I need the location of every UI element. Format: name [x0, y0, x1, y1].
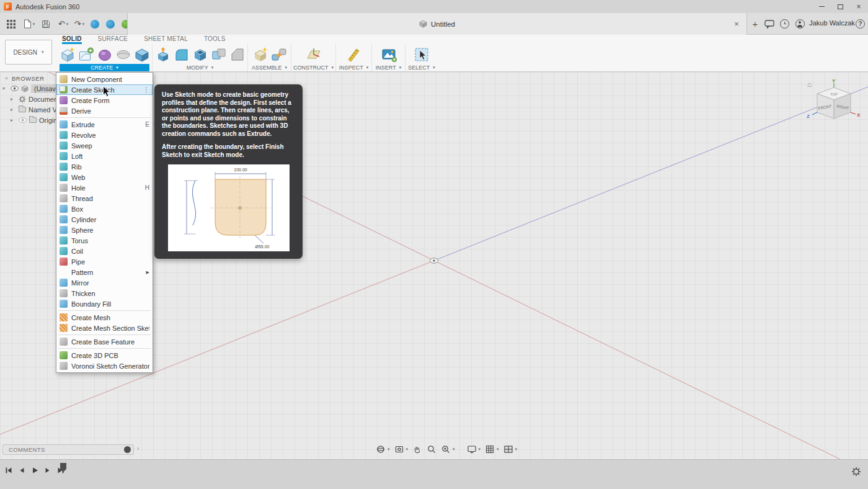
menu-item-rib[interactable]: Rib [56, 161, 153, 172]
joint-icon[interactable] [271, 47, 287, 63]
measure-icon[interactable] [346, 47, 362, 63]
menu-item-create-sketch[interactable]: Create Sketch⋮ [56, 84, 153, 95]
minimize-button[interactable] [812, 0, 831, 13]
menu-item-thicken[interactable]: Thicken [56, 288, 153, 298]
undo-button[interactable]: ↶ ▾ [56, 17, 71, 30]
look-at-button[interactable]: ▾ [394, 444, 409, 454]
comments-count-icon[interactable] [124, 446, 131, 453]
viewports-button[interactable]: ▾ [503, 444, 518, 454]
timeline-settings-button[interactable] [851, 467, 861, 479]
menu-item-create-mesh-section-sketch[interactable]: Create Mesh Section Sketch [56, 323, 153, 333]
modify-dropdown-button[interactable]: MODIFY ▾ [155, 64, 245, 71]
new-component-icon[interactable] [60, 47, 76, 63]
insert-canvas-icon[interactable] [381, 47, 397, 63]
menu-item-sphere[interactable]: Sphere [56, 225, 153, 235]
create-form-icon[interactable] [97, 47, 113, 63]
display-settings-button[interactable]: ▾ [467, 444, 481, 454]
menu-item-torus[interactable]: Torus [56, 235, 153, 246]
menu-item-coil[interactable]: Coil [56, 246, 153, 256]
help-button[interactable]: ? [856, 19, 865, 29]
surface-patch-icon[interactable] [115, 47, 131, 63]
tab-surface[interactable]: SURFACE [98, 35, 128, 44]
menu-item-create-base-feature[interactable]: Create Base Feature [56, 336, 153, 347]
view-cube[interactable]: ⌂ Y TOP FRONT RIGHT X Z [804, 77, 862, 132]
workspace-switcher[interactable]: DESIGN ▾ [5, 40, 52, 65]
user-name[interactable]: Jakub Walczak [807, 19, 857, 27]
menu-item-pipe[interactable]: Pipe [56, 256, 153, 267]
more-options-icon[interactable]: ⋮ [143, 86, 149, 93]
redo-button[interactable]: ↷ ▾ [72, 17, 87, 30]
toolbar-circle-icon-1[interactable] [91, 20, 99, 29]
timeline-play-button[interactable] [30, 465, 39, 475]
fillet-icon[interactable] [174, 47, 190, 63]
file-menu-button[interactable]: ▾ [21, 17, 37, 30]
select-dropdown-button[interactable]: SELECT ▾ [408, 64, 435, 71]
close-window-button[interactable]: × [849, 0, 868, 13]
orbit-button[interactable]: ▾ [376, 444, 390, 454]
construct-dropdown-button[interactable]: CONSTRUCT ▾ [294, 64, 333, 71]
menu-item-extrude[interactable]: ExtrudeE [56, 119, 153, 130]
new-component-icon[interactable] [252, 47, 268, 63]
app-grid-button[interactable] [5, 17, 17, 30]
assemble-dropdown-button[interactable]: ASSEMBLE ▾ [250, 64, 288, 71]
menu-item-boundary-fill[interactable]: Boundary Fill [56, 298, 153, 309]
menu-item-revolve[interactable]: Revolve [56, 130, 153, 140]
menu-item-sweep[interactable]: Sweep [56, 140, 153, 151]
primitive-box-icon[interactable] [134, 47, 150, 63]
new-tab-button[interactable]: + [750, 17, 761, 30]
construction-plane-icon[interactable] [306, 47, 322, 63]
create-sketch-icon[interactable] [78, 47, 94, 63]
pan-button[interactable] [412, 444, 422, 454]
tree-collapsed-icon[interactable]: ▸ [11, 96, 16, 102]
save-button[interactable] [40, 17, 52, 30]
toolbar-circle-icon-2[interactable] [106, 20, 115, 29]
inspect-dropdown-button[interactable]: INSPECT ▾ [339, 64, 369, 71]
menu-item-new-component[interactable]: New Component [56, 74, 153, 84]
menu-item-derive[interactable]: Derive [56, 105, 153, 116]
tree-expanded-icon[interactable]: ▾ [2, 86, 8, 91]
menu-item-cylinder[interactable]: Cylinder [56, 214, 153, 225]
visibility-eye-off-icon[interactable] [19, 117, 27, 123]
document-tab-close-button[interactable]: × [732, 19, 742, 29]
timeline-skip-start-button[interactable] [4, 465, 13, 475]
tree-collapsed-icon[interactable]: ▸ [11, 107, 16, 112]
comments-panel-button[interactable] [763, 17, 776, 30]
combine-icon[interactable] [211, 47, 227, 63]
select-icon[interactable] [414, 47, 430, 63]
insert-dropdown-button[interactable]: INSERT ▾ [374, 64, 402, 71]
menu-item-thread[interactable]: Thread [56, 193, 153, 204]
shell-icon[interactable] [192, 47, 208, 63]
menu-item-hole[interactable]: HoleH [56, 182, 153, 193]
chamfer-icon[interactable] [229, 47, 246, 63]
timeline-step-forward-button[interactable] [43, 465, 52, 475]
fit-button[interactable]: ▾ [441, 444, 455, 454]
profile-button[interactable] [794, 17, 805, 30]
menu-item-box[interactable]: Box [56, 204, 153, 214]
comments-expand-icon[interactable]: › [137, 445, 139, 452]
document-tab[interactable]: Untitled × [127, 13, 747, 35]
tree-collapsed-icon[interactable]: ▸ [11, 117, 16, 123]
visibility-eye-icon[interactable] [11, 86, 19, 91]
timeline-step-back-button[interactable] [17, 465, 26, 475]
viewport-canvas[interactable]: ⌂ Y TOP FRONT RIGHT X Z « BROWSER ▾ (Uns… [0, 72, 868, 459]
ribbon-group-create: CREATE ▾ [57, 44, 153, 71]
menu-item-voronoi-sketch-generator[interactable]: Voronoi Sketch Generator [56, 361, 153, 371]
create-dropdown-button[interactable]: CREATE ▾ [60, 64, 149, 71]
browser-collapse-button[interactable]: « [5, 75, 8, 81]
press-pull-icon[interactable] [155, 47, 171, 63]
menu-item-create-form[interactable]: Create Form [56, 95, 153, 105]
tab-sheet-metal[interactable]: SHEET METAL [144, 35, 188, 44]
menu-item-create-3d-pcb[interactable]: Create 3D PCB [56, 350, 153, 361]
tab-tools[interactable]: TOOLS [204, 35, 226, 44]
menu-item-mirror[interactable]: Mirror [56, 277, 153, 288]
menu-item-loft[interactable]: Loft [56, 151, 153, 161]
tab-solid[interactable]: SOLID [62, 35, 82, 44]
menu-item-pattern[interactable]: Pattern▶ [56, 267, 153, 277]
menu-item-web[interactable]: Web [56, 172, 153, 182]
menu-item-create-mesh[interactable]: Create Mesh [56, 312, 153, 323]
maximize-button[interactable] [831, 0, 849, 13]
job-status-button[interactable] [779, 17, 790, 30]
grid-settings-button[interactable]: ▾ [485, 444, 499, 454]
zoom-button[interactable] [427, 444, 436, 454]
comments-bar[interactable]: COMMENTS [2, 444, 134, 455]
